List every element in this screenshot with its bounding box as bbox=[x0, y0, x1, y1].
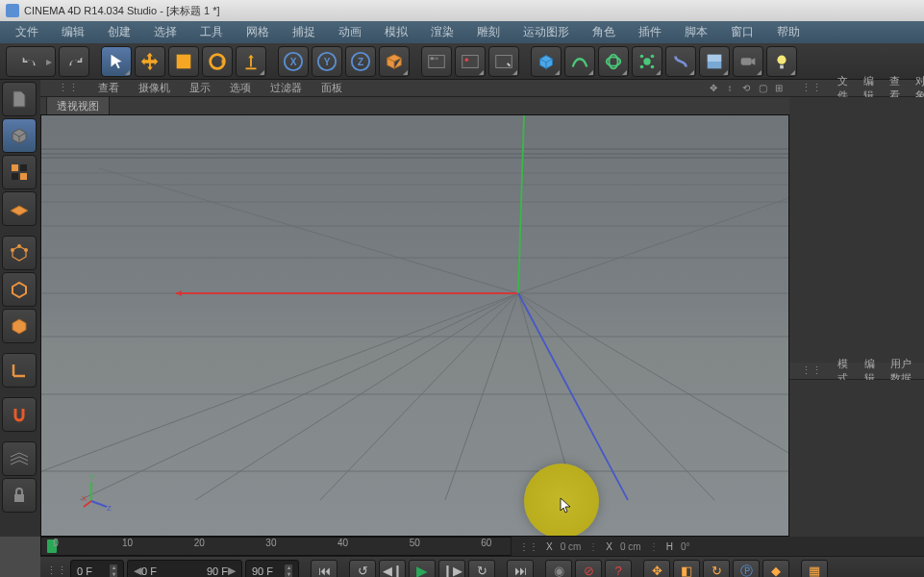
viewport-3d[interactable]: Y X Z bbox=[40, 114, 789, 537]
render-picture-viewer-button[interactable] bbox=[455, 46, 486, 77]
add-light-button[interactable] bbox=[766, 46, 797, 77]
goto-end-button[interactable]: ⏭ bbox=[507, 560, 534, 578]
frame-end-field[interactable]: 90 F▴▾ bbox=[245, 560, 299, 578]
workplane-mode-button[interactable] bbox=[2, 191, 37, 226]
vp-menu-display[interactable]: 显示 bbox=[182, 80, 218, 96]
grip-icon[interactable]: ⋮⋮ bbox=[795, 81, 828, 95]
recent-tool[interactable] bbox=[236, 46, 266, 77]
menu-snap[interactable]: 捕捉 bbox=[283, 21, 325, 43]
vp-nav-2-icon[interactable]: ↕ bbox=[723, 82, 737, 95]
vp-nav-4-icon[interactable]: ▢ bbox=[756, 82, 769, 95]
key-param-button[interactable]: Ⓟ bbox=[733, 560, 760, 578]
vp-menu-camera[interactable]: 摄像机 bbox=[131, 80, 178, 96]
key-scale-button[interactable]: ◧ bbox=[673, 560, 700, 578]
menu-animate[interactable]: 动画 bbox=[329, 21, 371, 43]
record-button[interactable]: ◉ bbox=[545, 560, 572, 578]
vp-nav-3-icon[interactable]: ⟲ bbox=[739, 82, 753, 95]
edge-mode-button[interactable] bbox=[2, 272, 37, 307]
add-spline-button[interactable] bbox=[564, 46, 595, 77]
texture-mode-button[interactable] bbox=[2, 155, 37, 189]
menu-create[interactable]: 创建 bbox=[98, 21, 140, 43]
svg-point-24 bbox=[777, 55, 786, 63]
vp-menu-view[interactable]: 查看 bbox=[90, 80, 127, 96]
timeline-options-button[interactable]: ▦ bbox=[801, 560, 828, 578]
vp-menu-panel[interactable]: 面板 bbox=[313, 80, 350, 96]
make-editable-button[interactable] bbox=[2, 82, 37, 116]
next-key-button[interactable]: ↻ bbox=[468, 560, 495, 578]
menu-mograph[interactable]: 运动图形 bbox=[513, 21, 579, 43]
rotate-tool[interactable] bbox=[202, 46, 233, 77]
add-primitive-button[interactable] bbox=[531, 46, 562, 77]
prev-frame-button[interactable]: ◀❙ bbox=[379, 560, 406, 578]
goto-start-button[interactable]: ⏮ bbox=[311, 560, 337, 578]
snap-toggle-button[interactable] bbox=[2, 397, 37, 432]
polygon-mode-button[interactable] bbox=[2, 309, 37, 343]
coord-h-value[interactable]: 0° bbox=[681, 541, 690, 552]
menu-help[interactable]: 帮助 bbox=[767, 21, 810, 43]
redo-button[interactable] bbox=[59, 46, 89, 77]
vp-nav-1-icon[interactable]: ✥ bbox=[707, 82, 720, 95]
viewport-tab-bar: 透视视图 bbox=[40, 97, 789, 114]
svg-rect-26 bbox=[20, 164, 27, 171]
add-environment-button[interactable] bbox=[699, 46, 730, 77]
attribute-manager-body[interactable] bbox=[789, 380, 924, 537]
move-tool[interactable] bbox=[135, 46, 165, 77]
coord-x-value[interactable]: 0 cm bbox=[561, 541, 582, 552]
menu-script[interactable]: 脚本 bbox=[675, 21, 717, 43]
viewport-tab-perspective[interactable]: 透视视图 bbox=[46, 96, 110, 115]
key-pla-button[interactable]: ◆ bbox=[762, 560, 789, 578]
vp-menu-filter[interactable]: 过滤器 bbox=[262, 80, 310, 96]
model-mode-button[interactable] bbox=[2, 118, 37, 153]
x-axis-lock[interactable]: X bbox=[278, 46, 309, 77]
next-frame-button[interactable]: ❙▶ bbox=[438, 560, 465, 578]
live-select-tool[interactable] bbox=[101, 46, 132, 77]
menu-simulate[interactable]: 模拟 bbox=[375, 21, 417, 43]
y-axis-lock[interactable]: Y bbox=[312, 46, 342, 77]
add-nurbs-button[interactable] bbox=[598, 46, 629, 77]
key-pos-button[interactable]: ✥ bbox=[643, 560, 670, 578]
menu-edit[interactable]: 编辑 bbox=[52, 21, 94, 43]
add-deformer-button[interactable] bbox=[665, 46, 696, 77]
grip-icon[interactable]: ⋮⋮ bbox=[46, 564, 67, 577]
prev-key-button[interactable]: ↺ bbox=[349, 560, 376, 578]
menu-sculpt[interactable]: 雕刻 bbox=[467, 21, 510, 43]
coord-h-label: H bbox=[666, 541, 673, 552]
menu-plugins[interactable]: 插件 bbox=[629, 21, 671, 43]
frame-start-field[interactable]: 0 F▴▾ bbox=[70, 560, 124, 578]
svg-rect-25 bbox=[12, 164, 18, 171]
coord-x-label: X bbox=[546, 541, 553, 552]
vp-menu-options[interactable]: 选项 bbox=[222, 80, 259, 96]
vp-nav-5-icon[interactable]: ⊞ bbox=[772, 82, 786, 95]
coord-system[interactable] bbox=[379, 46, 410, 77]
undo-button[interactable]: ▸ bbox=[6, 46, 56, 77]
render-view-button[interactable] bbox=[421, 46, 452, 77]
menu-window[interactable]: 窗口 bbox=[721, 21, 763, 43]
menu-render[interactable]: 渲染 bbox=[421, 21, 463, 43]
range-slider[interactable]: ◀0 F 90 F▶ bbox=[127, 560, 242, 578]
z-axis-lock[interactable]: Z bbox=[345, 46, 376, 77]
coordinate-readout: ⋮⋮ X 0 cm ⋮ X 0 cm ⋮ H 0° bbox=[511, 537, 924, 556]
lock-button[interactable] bbox=[2, 478, 37, 513]
axis-mode-button[interactable] bbox=[2, 353, 37, 388]
menu-select[interactable]: 选择 bbox=[144, 21, 187, 43]
grip-icon[interactable]: ⋮⋮ bbox=[50, 81, 87, 95]
keyframe-help-button[interactable]: ? bbox=[605, 560, 632, 578]
menu-mesh[interactable]: 网格 bbox=[237, 21, 279, 43]
menu-tools[interactable]: 工具 bbox=[190, 21, 233, 43]
coord-sx-value[interactable]: 0 cm bbox=[620, 541, 641, 552]
autokey-button[interactable]: ⊘ bbox=[575, 560, 602, 578]
add-camera-button[interactable] bbox=[733, 46, 763, 77]
add-generator-button[interactable] bbox=[632, 46, 662, 77]
object-manager-body[interactable] bbox=[789, 97, 924, 363]
workplane-button[interactable] bbox=[2, 441, 37, 476]
menu-file[interactable]: 文件 bbox=[6, 21, 48, 43]
grip-icon[interactable]: ⋮⋮ bbox=[795, 364, 828, 378]
menu-character[interactable]: 角色 bbox=[583, 21, 625, 43]
svg-rect-32 bbox=[14, 494, 24, 502]
grip-icon[interactable]: ⋮⋮ bbox=[519, 541, 538, 552]
point-mode-button[interactable] bbox=[2, 236, 37, 270]
key-rot-button[interactable]: ↻ bbox=[703, 560, 730, 578]
play-button[interactable]: ▶ bbox=[409, 560, 436, 578]
render-settings-button[interactable] bbox=[488, 46, 519, 77]
scale-tool[interactable] bbox=[168, 46, 199, 77]
